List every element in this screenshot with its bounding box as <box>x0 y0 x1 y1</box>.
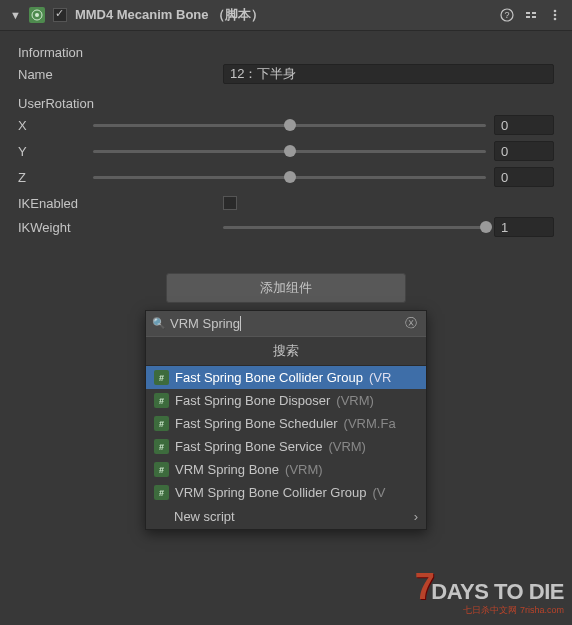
result-item[interactable]: #VRM Spring Bone(VRM) <box>146 458 426 481</box>
help-icon[interactable]: ? <box>500 8 514 22</box>
component-enabled-checkbox[interactable] <box>53 8 67 22</box>
search-icon: 🔍 <box>152 317 166 330</box>
search-input-display[interactable]: VRM Spring <box>170 316 398 331</box>
z-label: Z <box>18 170 93 185</box>
z-slider-thumb[interactable] <box>284 171 296 183</box>
csharp-script-icon: # <box>154 370 169 385</box>
result-name: Fast Spring Bone Scheduler <box>175 416 338 431</box>
information-label: Information <box>18 45 554 60</box>
result-list: #Fast Spring Bone Collider Group(VR#Fast… <box>146 366 426 504</box>
result-item[interactable]: #Fast Spring Bone Service(VRM) <box>146 435 426 458</box>
name-label: Name <box>18 67 223 82</box>
csharp-script-icon: # <box>154 393 169 408</box>
script-icon <box>29 7 45 23</box>
new-script-label: New script <box>174 509 235 524</box>
result-sub: (VRM) <box>328 439 366 454</box>
svg-text:?: ? <box>504 10 509 20</box>
svg-point-4 <box>554 10 557 13</box>
component-header: ▼ MMD4 Mecanim Bone （脚本） ? <box>0 0 572 31</box>
result-sub: (V <box>372 485 385 500</box>
x-value-input[interactable] <box>494 115 554 135</box>
user-rotation-label: UserRotation <box>18 96 554 111</box>
watermark: 7 DAYS TO DIE 七日杀中文网 7risha.com <box>415 566 564 617</box>
name-input[interactable] <box>223 64 554 84</box>
dropdown-header: 搜索 <box>146 336 426 366</box>
y-slider[interactable] <box>93 142 486 160</box>
x-slider[interactable] <box>93 116 486 134</box>
csharp-script-icon: # <box>154 416 169 431</box>
ik-weight-slider-thumb[interactable] <box>480 221 492 233</box>
ik-weight-value-input[interactable] <box>494 217 554 237</box>
result-name: Fast Spring Bone Disposer <box>175 393 330 408</box>
result-item[interactable]: #Fast Spring Bone Disposer(VRM) <box>146 389 426 412</box>
csharp-script-icon: # <box>154 439 169 454</box>
watermark-sub-text: 七日杀中文网 7risha.com <box>415 604 564 617</box>
svg-point-5 <box>554 14 557 17</box>
x-label: X <box>18 118 93 133</box>
x-slider-thumb[interactable] <box>284 119 296 131</box>
new-script-item[interactable]: New script › <box>146 504 426 529</box>
result-name: VRM Spring Bone <box>175 462 279 477</box>
chevron-right-icon: › <box>414 509 418 524</box>
ik-weight-label: IKWeight <box>18 220 223 235</box>
y-label: Y <box>18 144 93 159</box>
result-sub: (VR <box>369 370 391 385</box>
clear-search-icon[interactable]: ⓧ <box>402 315 420 332</box>
menu-icon[interactable] <box>548 8 562 22</box>
ik-enabled-label: IKEnabled <box>18 196 223 211</box>
csharp-script-icon: # <box>154 462 169 477</box>
ik-enabled-checkbox[interactable] <box>223 196 237 210</box>
watermark-main-text: DAYS TO DIE <box>431 579 564 605</box>
result-name: Fast Spring Bone Collider Group <box>175 370 363 385</box>
csharp-script-icon: # <box>154 485 169 500</box>
result-sub: (VRM) <box>285 462 323 477</box>
ik-weight-slider[interactable] <box>223 218 486 236</box>
foldout-toggle[interactable]: ▼ <box>10 9 21 21</box>
result-item[interactable]: #VRM Spring Bone Collider Group(V <box>146 481 426 504</box>
z-slider[interactable] <box>93 168 486 186</box>
result-name: VRM Spring Bone Collider Group <box>175 485 366 500</box>
preset-icon[interactable] <box>524 8 538 22</box>
search-row: 🔍 VRM Spring ⓧ <box>146 311 426 336</box>
result-name: Fast Spring Bone Service <box>175 439 322 454</box>
y-value-input[interactable] <box>494 141 554 161</box>
svg-point-6 <box>554 18 557 21</box>
add-component-dropdown: 🔍 VRM Spring ⓧ 搜索 #Fast Spring Bone Coll… <box>145 310 427 530</box>
result-item[interactable]: #Fast Spring Bone Collider Group(VR <box>146 366 426 389</box>
y-slider-thumb[interactable] <box>284 145 296 157</box>
result-item[interactable]: #Fast Spring Bone Scheduler(VRM.Fa <box>146 412 426 435</box>
result-sub: (VRM) <box>336 393 374 408</box>
component-title: MMD4 Mecanim Bone （脚本） <box>75 6 492 24</box>
add-component-button[interactable]: 添加组件 <box>166 273 406 303</box>
svg-point-1 <box>35 13 39 17</box>
z-value-input[interactable] <box>494 167 554 187</box>
result-sub: (VRM.Fa <box>344 416 396 431</box>
inspector-body: Information Name UserRotation X Y Z IKEn… <box>0 31 572 255</box>
